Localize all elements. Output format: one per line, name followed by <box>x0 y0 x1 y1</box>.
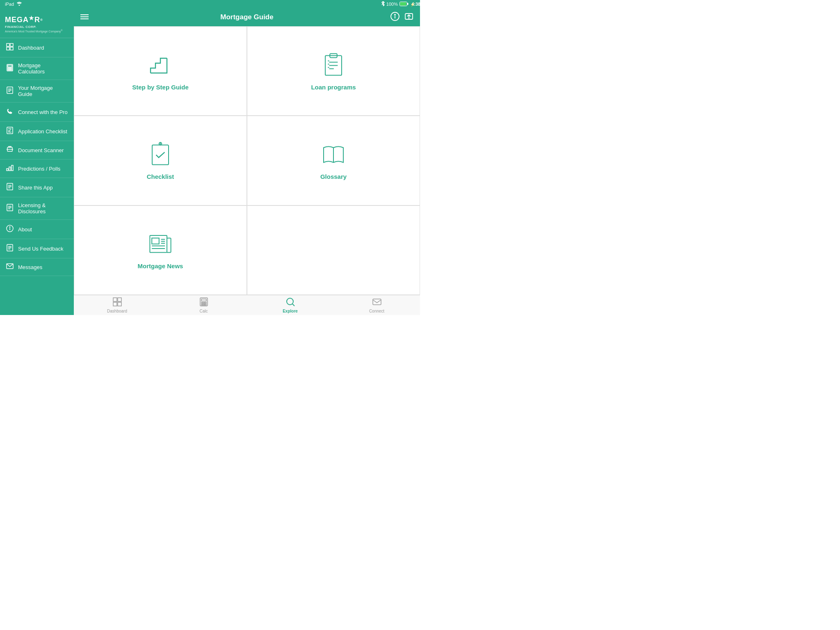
cell-label-mortgage-news: Mortgage News <box>138 262 183 269</box>
polls-icon <box>6 164 14 173</box>
tab-explore[interactable]: Explore <box>247 297 333 313</box>
grid-cell-step-guide[interactable]: Step by Step Guide <box>74 26 247 116</box>
tab-calc[interactable]: Calc <box>160 297 247 313</box>
sidebar-label-checklist: Application Checklist <box>18 128 67 135</box>
tab-dashboard-icon <box>113 297 122 308</box>
wifi-icon <box>16 2 22 7</box>
svg-rect-84 <box>205 304 206 305</box>
svg-rect-27 <box>9 167 11 171</box>
svg-rect-14 <box>9 69 11 70</box>
svg-rect-66 <box>167 238 171 253</box>
info-button[interactable] <box>390 12 399 23</box>
header-actions <box>390 12 413 23</box>
feedback-icon <box>6 244 14 253</box>
status-time: 4:38 PM <box>411 2 420 7</box>
tab-explore-icon <box>286 297 295 308</box>
logo-r: R <box>34 16 40 24</box>
svg-rect-7 <box>10 47 13 50</box>
logo-text: MEGA ★ R ® <box>5 15 69 25</box>
content-grid: Step by Step Guide Loan programs <box>74 26 420 295</box>
sidebar-item-predictions[interactable]: Predictions / Polls <box>0 160 74 178</box>
tab-dashboard[interactable]: Dashboard <box>74 297 160 313</box>
scanner-icon <box>6 146 14 154</box>
calculator-icon <box>6 64 14 73</box>
envelope-icon <box>6 263 14 271</box>
grid-cell-loan-programs[interactable]: Loan programs <box>247 26 420 116</box>
grid-cell-checklist[interactable]: Checklist <box>74 116 247 205</box>
share-button[interactable] <box>404 12 413 23</box>
logo-mega: MEGA <box>5 16 29 24</box>
svg-line-86 <box>292 304 294 306</box>
logo-tagline: America's Most Trusted Mortgage Company® <box>5 29 69 33</box>
tab-bar: Dashboard Calc <box>74 295 420 315</box>
svg-rect-67 <box>152 238 159 244</box>
licensing-icon <box>6 204 14 213</box>
sidebar: MEGA ★ R ® FINANCIAL CORP. America's Mos… <box>0 8 74 315</box>
tab-label-explore: Explore <box>283 309 298 313</box>
svg-rect-81 <box>205 302 206 304</box>
logo-star-icon: ★ <box>29 15 34 21</box>
svg-rect-3 <box>407 3 409 5</box>
svg-rect-74 <box>118 298 121 301</box>
logo-subtitle: FINANCIAL CORP. <box>5 25 69 29</box>
cell-label-glossary: Glossary <box>320 173 347 180</box>
sidebar-label-feedback: Send Us Feedback <box>18 246 64 252</box>
sidebar-label-calculators: Mortgage Calculators <box>18 62 68 75</box>
sidebar-item-dashboard[interactable]: Dashboard <box>0 38 74 57</box>
sidebar-item-connect[interactable]: Connect with the Pro <box>0 103 74 122</box>
sidebar-item-mortgage-calculators[interactable]: Mortgage Calculators <box>0 57 74 80</box>
share-icon <box>6 183 14 192</box>
sidebar-item-messages[interactable]: Messages <box>0 258 74 276</box>
sidebar-item-scanner[interactable]: Document Scanner <box>0 141 74 160</box>
sidebar-item-checklist[interactable]: Application Checklist <box>0 122 74 141</box>
svg-rect-73 <box>113 298 117 301</box>
app-header: Mortgage Guide <box>74 8 420 26</box>
header-title: Mortgage Guide <box>220 13 273 21</box>
sidebar-item-about[interactable]: About <box>0 220 74 239</box>
tab-label-dashboard: Dashboard <box>107 309 127 313</box>
status-right: 100% ⚡ <box>381 1 415 7</box>
tab-connect-icon <box>372 297 381 308</box>
hamburger-button[interactable] <box>80 13 89 22</box>
svg-rect-78 <box>201 299 206 301</box>
svg-rect-87 <box>373 299 381 305</box>
bluetooth-icon <box>381 1 385 7</box>
svg-point-85 <box>287 298 293 305</box>
svg-rect-61 <box>152 145 169 165</box>
guide-icon <box>6 87 14 96</box>
svg-rect-2 <box>400 2 406 5</box>
tab-calc-icon <box>200 297 208 308</box>
sidebar-label-scanner: Document Scanner <box>18 147 64 153</box>
sidebar-logo: MEGA ★ R ® FINANCIAL CORP. America's Mos… <box>0 8 74 38</box>
app-container: MEGA ★ R ® FINANCIAL CORP. America's Mos… <box>0 8 420 315</box>
svg-rect-75 <box>113 302 117 306</box>
svg-rect-83 <box>203 304 205 305</box>
svg-rect-28 <box>11 165 13 171</box>
sidebar-label-connect: Connect with the Pro <box>18 109 68 115</box>
sidebar-label-predictions: Predictions / Polls <box>18 166 60 172</box>
info-circle-icon <box>6 225 14 234</box>
svg-rect-80 <box>203 302 205 304</box>
svg-rect-82 <box>201 304 203 305</box>
status-bar: iPad 4:38 PM 100% ⚡ <box>0 0 420 8</box>
tab-connect[interactable]: Connect <box>333 297 420 313</box>
grid-cell-mortgage-news[interactable]: Mortgage News <box>74 205 247 295</box>
svg-rect-79 <box>201 302 203 304</box>
sidebar-item-mortgage-guide[interactable]: Your Mortgage Guide <box>0 80 74 103</box>
sidebar-item-feedback[interactable]: Send Us Feedback <box>0 239 74 258</box>
sidebar-item-licensing[interactable]: Licensing & Disclosures <box>0 197 74 220</box>
svg-rect-5 <box>10 43 13 46</box>
sidebar-label-licensing: Licensing & Disclosures <box>18 202 68 215</box>
svg-rect-13 <box>8 69 9 70</box>
cell-label-loan-programs: Loan programs <box>311 84 356 91</box>
svg-point-50 <box>395 14 395 15</box>
checklist-icon <box>6 127 14 136</box>
grid-cell-glossary[interactable]: Glossary <box>247 116 420 205</box>
dashboard-icon <box>6 43 14 52</box>
svg-rect-76 <box>118 302 121 306</box>
svg-rect-10 <box>8 68 9 68</box>
svg-rect-26 <box>7 169 8 171</box>
svg-rect-11 <box>9 68 11 68</box>
sidebar-item-share[interactable]: Share this App <box>0 178 74 197</box>
right-area: Mortgage Guide <box>74 8 420 315</box>
